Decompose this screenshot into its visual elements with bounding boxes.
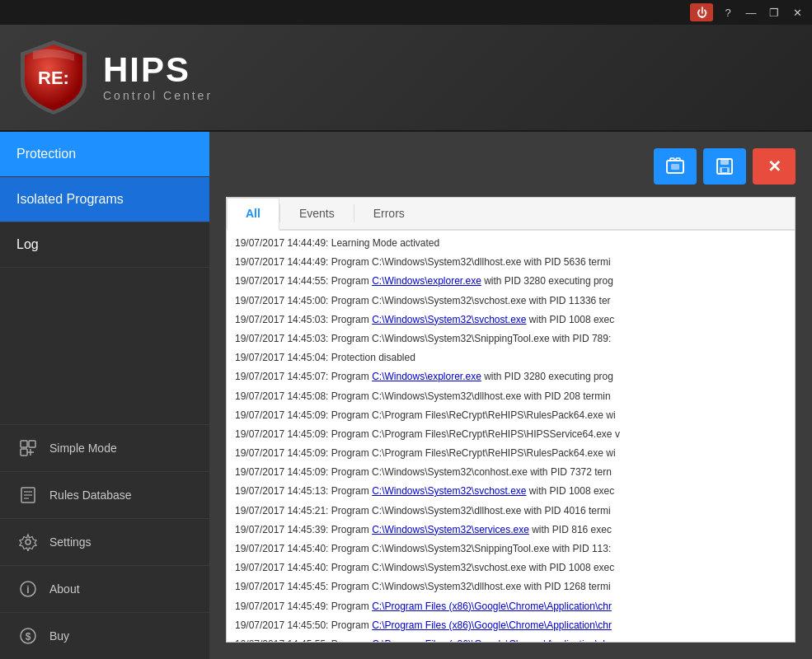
log-entry: 19/07/2017 14:45:03: Program C:\Windows\… xyxy=(227,311,795,330)
buy-icon: $ xyxy=(16,624,40,647)
simple-mode-label: Simple Mode xyxy=(49,442,117,455)
log-entry: 19/07/2017 14:45:09: Program C:\Windows\… xyxy=(227,463,795,482)
log-panel: All Events Errors 19/07/2017 14:44:49: L… xyxy=(226,197,796,643)
tab-events[interactable]: Events xyxy=(280,198,354,229)
log-entry: 19/07/2017 14:45:00: Program C:\Windows\… xyxy=(227,292,795,311)
svg-rect-16 xyxy=(670,158,674,161)
rules-database-label: Rules Database xyxy=(49,488,132,502)
log-entry: 19/07/2017 14:44:49: Learning Mode activ… xyxy=(227,234,795,253)
main-layout: Protection Isolated Programs Log Simple … xyxy=(0,132,812,659)
window-close-button[interactable]: ✕ xyxy=(786,3,809,21)
log-entry: 19/07/2017 14:45:09: Program C:\Program … xyxy=(227,425,795,444)
log-entry: 19/07/2017 14:45:07: Program C:\Windows\… xyxy=(227,367,795,386)
log-entry: 19/07/2017 14:45:50: Program C:\Program … xyxy=(227,616,795,635)
log-entry: 19/07/2017 14:45:21: Program C:\Windows\… xyxy=(227,502,795,521)
log-link[interactable]: C:\Windows\explorer.exe xyxy=(372,275,481,287)
sidebar-item-buy[interactable]: $ Buy xyxy=(0,612,209,659)
log-link[interactable]: C:\Program Files (x86)\Google\Chrome\App… xyxy=(372,601,612,612)
power-button[interactable]: ⏻ xyxy=(690,3,713,21)
log-entry: 19/07/2017 14:45:08: Program C:\Windows\… xyxy=(227,387,795,406)
log-link[interactable]: C:\Program Files (x86)\Google\Chrome\App… xyxy=(372,638,612,642)
svg-rect-3 xyxy=(21,449,27,456)
log-entry: 19/07/2017 14:45:04: Protection disabled xyxy=(227,348,795,367)
log-entry: 19/07/2017 14:45:45: Program C:\Windows\… xyxy=(227,577,795,596)
svg-rect-22 xyxy=(722,168,727,172)
rules-db-icon xyxy=(16,484,40,507)
brand-name: HIPS xyxy=(103,53,213,87)
about-label: About xyxy=(49,582,80,596)
about-icon: i xyxy=(16,577,40,601)
log-entry: 19/07/2017 14:44:49: Program C:\Windows\… xyxy=(227,253,795,272)
svg-text:$: $ xyxy=(26,631,31,643)
log-entry: 19/07/2017 14:45:40: Program C:\Windows\… xyxy=(227,559,795,577)
svg-rect-18 xyxy=(671,164,679,170)
log-entry: 19/07/2017 14:45:13: Program C:\Windows\… xyxy=(227,482,795,501)
screenshot-button[interactable] xyxy=(654,148,697,185)
close-icon: ✕ xyxy=(767,157,781,176)
header: RE: HIPS Control Center xyxy=(0,25,812,132)
tab-all[interactable]: All xyxy=(227,198,279,231)
content-area: ✕ All Events Errors 19/07/2017 14:44:49:… xyxy=(209,132,812,659)
sidebar-item-protection[interactable]: Protection xyxy=(0,132,209,177)
log-entry: 19/07/2017 14:45:39: Program C:\Windows\… xyxy=(227,521,795,540)
log-entry: 19/07/2017 14:44:55: Program C:\Windows\… xyxy=(227,272,795,291)
brand-subtitle: Control Center xyxy=(103,89,213,102)
log-link[interactable]: C:\Windows\System32\services.exe xyxy=(372,524,529,535)
buy-label: Buy xyxy=(49,629,69,643)
svg-rect-17 xyxy=(676,158,680,161)
log-link[interactable]: C:\Windows\System32\svchost.exe xyxy=(372,314,526,325)
save-button[interactable] xyxy=(703,148,746,185)
log-link[interactable]: C:\Windows\explorer.exe xyxy=(372,371,481,382)
sidebar-item-rules-database[interactable]: Rules Database xyxy=(0,471,209,518)
log-link[interactable]: C:\Program Files (x86)\Google\Chrome\App… xyxy=(372,619,612,631)
titlebar: ⏻ ? — ❐ ✕ xyxy=(0,0,812,25)
help-button[interactable]: ? xyxy=(716,3,739,21)
toolbar: ✕ xyxy=(226,148,796,185)
tab-bar: All Events Errors xyxy=(227,198,795,231)
sidebar-item-isolated-programs[interactable]: Isolated Programs xyxy=(0,177,209,222)
log-link[interactable]: C:\Windows\System32\svchost.exe xyxy=(372,485,526,497)
svg-rect-1 xyxy=(21,441,27,447)
log-entry: 19/07/2017 14:45:09: Program C:\Program … xyxy=(227,444,795,463)
simple-mode-icon xyxy=(16,437,40,460)
settings-icon xyxy=(16,530,40,554)
svg-text:i: i xyxy=(26,584,29,596)
restore-button[interactable]: ❐ xyxy=(763,3,786,21)
log-entry: 19/07/2017 14:45:09: Program C:\Program … xyxy=(227,406,795,425)
svg-rect-20 xyxy=(720,159,729,165)
sidebar: Protection Isolated Programs Log Simple … xyxy=(0,132,209,659)
log-entry: 19/07/2017 14:45:49: Program C:\Program … xyxy=(227,597,795,616)
log-entry: 19/07/2017 14:45:55: Program C:\Program … xyxy=(227,635,795,642)
logo-shield: RE: xyxy=(16,36,91,119)
sidebar-item-about[interactable]: i About xyxy=(0,565,209,612)
svg-text:RE:: RE: xyxy=(38,68,69,88)
settings-label: Settings xyxy=(49,535,92,549)
tab-errors[interactable]: Errors xyxy=(354,198,424,229)
log-entry: 19/07/2017 14:45:03: Program C:\Windows\… xyxy=(227,330,795,348)
minimize-button[interactable]: — xyxy=(739,3,763,21)
svg-point-10 xyxy=(26,540,31,544)
sidebar-item-settings[interactable]: Settings xyxy=(0,518,209,565)
log-content[interactable]: 19/07/2017 14:44:49: Learning Mode activ… xyxy=(227,231,795,642)
log-entry: 19/07/2017 14:45:40: Program C:\Windows\… xyxy=(227,540,795,559)
close-log-button[interactable]: ✕ xyxy=(753,148,796,185)
sidebar-item-simple-mode[interactable]: Simple Mode xyxy=(0,424,209,471)
brand-text: HIPS Control Center xyxy=(103,53,213,102)
sidebar-item-log[interactable]: Log xyxy=(0,222,209,268)
svg-rect-2 xyxy=(29,441,35,447)
